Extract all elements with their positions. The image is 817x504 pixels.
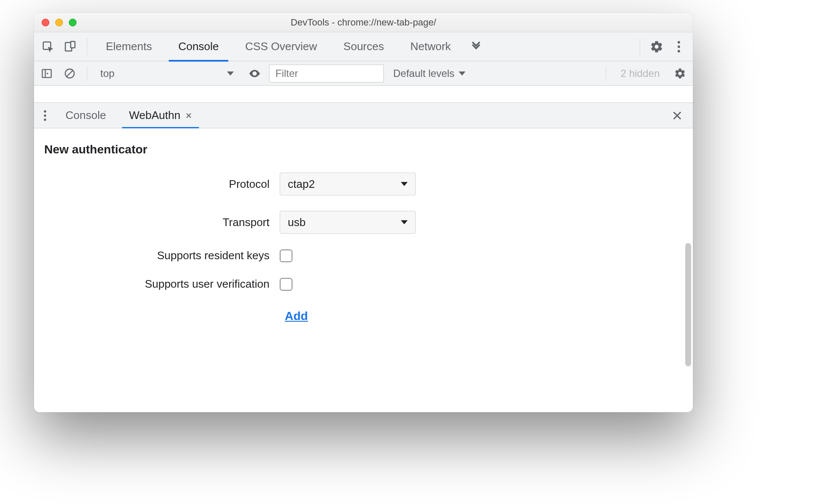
- tab-console[interactable]: Console: [166, 32, 230, 61]
- label-transport: Transport: [44, 216, 269, 229]
- drawer-tab-console[interactable]: Console: [55, 103, 116, 128]
- close-tab-icon[interactable]: [185, 112, 192, 119]
- console-controls: top Default levels 2 hi: [34, 61, 693, 86]
- clear-console-icon[interactable]: [61, 64, 78, 83]
- hidden-messages-count[interactable]: 2 hidden: [615, 68, 666, 79]
- section-title: New authenticator: [34, 128, 693, 161]
- drawer-tab-strip: Console WebAuthn: [34, 103, 693, 128]
- new-authenticator-form: Protocol ctap2 Transport usb Supports re…: [34, 161, 693, 331]
- settings-gear-icon[interactable]: [647, 36, 667, 58]
- tabs-overflow-button[interactable]: [465, 40, 487, 53]
- context-value: top: [100, 68, 114, 79]
- chevron-down-icon: [459, 70, 465, 77]
- user-verification-checkbox[interactable]: [280, 278, 292, 291]
- svg-point-8: [44, 110, 46, 112]
- chevron-down-icon: [401, 181, 408, 187]
- main-tab-strip: Elements Console CSS Overview Sources Ne…: [34, 32, 693, 61]
- filter-text[interactable]: [275, 68, 377, 79]
- drawer-menu-icon[interactable]: [37, 110, 53, 121]
- tab-label: CSS Overview: [245, 40, 317, 53]
- tab-network[interactable]: Network: [398, 32, 462, 61]
- separator: [606, 66, 606, 81]
- svg-point-3: [678, 41, 680, 43]
- chevron-down-icon: [401, 219, 408, 226]
- row-resident-keys: Supports resident keys: [44, 241, 683, 270]
- console-settings-gear-icon[interactable]: [672, 64, 689, 83]
- tab-css-overview[interactable]: CSS Overview: [233, 32, 329, 61]
- inspect-element-icon[interactable]: [38, 36, 58, 58]
- svg-point-5: [678, 50, 680, 52]
- transport-value: usb: [288, 216, 306, 229]
- add-authenticator-button[interactable]: Add: [285, 309, 308, 323]
- svg-point-9: [44, 114, 46, 116]
- close-window-button[interactable]: [42, 19, 49, 26]
- zoom-window-button[interactable]: [69, 19, 77, 26]
- tab-label: Console: [65, 109, 106, 122]
- drawer-close-icon[interactable]: [665, 111, 689, 120]
- devtools-window: DevTools - chrome://new-tab-page/ Elemen…: [34, 13, 693, 412]
- console-sidebar-toggle-icon[interactable]: [38, 64, 55, 83]
- svg-point-10: [44, 119, 46, 121]
- tab-sources[interactable]: Sources: [332, 32, 396, 61]
- kebab-menu-icon[interactable]: [669, 36, 689, 58]
- live-expression-eye-icon[interactable]: [246, 64, 263, 83]
- tab-label: Sources: [343, 40, 384, 53]
- tab-label: WebAuthn: [129, 109, 180, 122]
- protocol-select[interactable]: ctap2: [280, 173, 416, 195]
- transport-select[interactable]: usb: [280, 211, 416, 234]
- tab-label: Network: [410, 40, 451, 53]
- svg-point-4: [678, 45, 680, 48]
- execution-context-select[interactable]: top: [96, 64, 240, 83]
- chevron-down-icon: [227, 70, 234, 77]
- label-protocol: Protocol: [44, 178, 269, 191]
- protocol-value: ctap2: [288, 178, 315, 191]
- resident-keys-checkbox[interactable]: [280, 249, 292, 262]
- row-add: Add: [44, 298, 683, 323]
- svg-rect-2: [71, 41, 75, 48]
- console-filter-input[interactable]: [269, 65, 384, 82]
- separator: [640, 38, 640, 55]
- log-levels-select[interactable]: Default levels: [390, 68, 469, 79]
- row-protocol: Protocol ctap2: [44, 165, 683, 203]
- tab-elements[interactable]: Elements: [94, 32, 164, 61]
- tab-label: Console: [178, 40, 218, 53]
- label-user-verification: Supports user verification: [44, 277, 269, 291]
- tab-label: Elements: [106, 40, 152, 53]
- scrollbar-thumb[interactable]: [685, 243, 691, 366]
- separator: [87, 66, 87, 81]
- window-controls: [34, 19, 77, 26]
- titlebar: DevTools - chrome://new-tab-page/: [34, 13, 693, 32]
- minimize-window-button[interactable]: [55, 19, 63, 26]
- separator: [87, 38, 87, 55]
- levels-label: Default levels: [393, 68, 454, 79]
- drawer-tab-webauthn[interactable]: WebAuthn: [119, 103, 202, 128]
- webauthn-panel: New authenticator Protocol ctap2 Transpo…: [34, 128, 693, 412]
- row-transport: Transport usb: [44, 203, 683, 241]
- window-title: DevTools - chrome://new-tab-page/: [34, 17, 693, 28]
- row-user-verification: Supports user verification: [44, 270, 683, 298]
- device-toolbar-icon[interactable]: [60, 36, 80, 58]
- label-resident-keys: Supports resident keys: [44, 249, 269, 262]
- console-output-area: [34, 86, 693, 103]
